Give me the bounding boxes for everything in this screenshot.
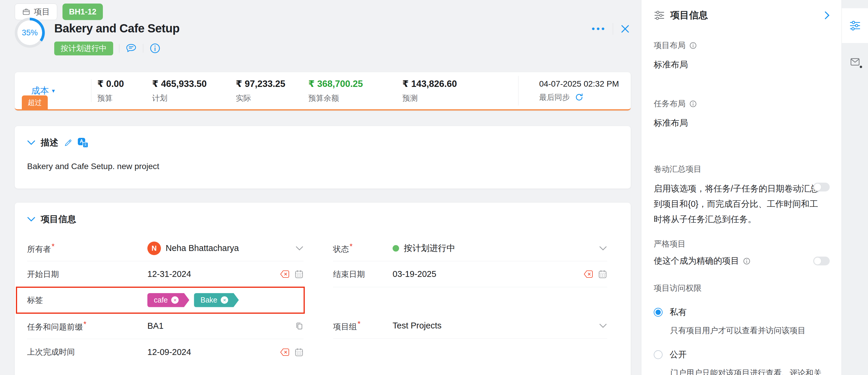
calendar-icon[interactable]	[294, 270, 304, 279]
close-icon[interactable]	[620, 23, 631, 34]
budget-column: ₹ 97,233.25 实际	[230, 79, 302, 103]
access-option-private[interactable]: 私有	[654, 306, 830, 318]
project-header: 35% Bakery and Cafe Setup ••• 按计划进行中	[15, 18, 631, 55]
required-mark: *	[358, 319, 361, 328]
task-layout-label: 任务布局	[654, 98, 830, 109]
last-sync-time: 04-07-2025 02:32 PM	[539, 79, 619, 89]
budget-column: ₹ 0.00 预算	[91, 79, 146, 103]
status-value: 按计划进行中	[404, 243, 455, 254]
field-label: 任务和问题前缀*	[27, 320, 147, 332]
owner-select[interactable]: N Neha Bhattacharya	[147, 242, 295, 255]
calendar-icon[interactable]	[598, 270, 607, 279]
calendar-icon[interactable]	[294, 348, 304, 357]
access-private-label: 私有	[670, 306, 687, 318]
rail-tab-project-info[interactable]	[842, 8, 868, 43]
field-row-tags: 标签 cafe ✕ Bake ✕	[27, 287, 304, 313]
required-mark: *	[52, 242, 55, 251]
chevron-down-icon[interactable]	[599, 323, 607, 328]
strict-project-toggle[interactable]	[813, 257, 830, 265]
info-icon[interactable]	[689, 100, 697, 108]
info-icon[interactable]	[689, 41, 697, 50]
budget-bar: 成本 ▾ ₹ 0.00 预算 ₹ 465,933.50 计划 ₹ 97,233.…	[15, 72, 631, 111]
status-badge[interactable]: 按计划进行中	[54, 41, 113, 55]
tag-remove-icon[interactable]: ✕	[171, 296, 179, 304]
collapse-chevron-icon[interactable]	[27, 140, 35, 145]
status-select[interactable]: 按计划进行中	[393, 243, 599, 254]
end-date-value[interactable]: 03-19-2025	[393, 269, 583, 279]
divider	[518, 76, 519, 105]
start-date-value[interactable]: 12-31-2024	[147, 269, 280, 279]
budget-label: 计划	[152, 93, 230, 103]
last-sync-label: 最后同步	[539, 92, 570, 102]
field-label: 开始日期	[27, 269, 147, 280]
page: 项目 BH1-12 35% Bakery and Cafe Setup •••	[0, 0, 868, 375]
divider	[143, 44, 143, 53]
project-group-select[interactable]: Test Projects	[393, 321, 599, 331]
budget-value: ₹ 0.00	[97, 79, 146, 89]
field-row-end-date: 结束日期 03-19-2025	[333, 261, 607, 287]
info-icon[interactable]	[743, 257, 751, 265]
field-row-spacer	[333, 287, 607, 313]
budget-label: 预算余额	[308, 93, 396, 103]
chevron-down-icon[interactable]	[295, 246, 304, 251]
strict-project-setting: 使这个成为精确的项目	[654, 255, 830, 267]
budget-label: 实际	[236, 93, 302, 103]
rail-tab-mail[interactable]	[842, 57, 868, 67]
chevron-right-icon[interactable]	[825, 11, 830, 20]
rollup-toggle[interactable]	[813, 183, 830, 191]
sliders-icon-active	[849, 20, 861, 32]
access-label: 项目访问权限	[654, 283, 830, 293]
field-row-project-group: 项目组* Test Projects	[333, 313, 607, 339]
clear-date-icon[interactable]	[280, 348, 290, 356]
required-mark: *	[84, 320, 86, 329]
more-options-icon[interactable]: •••	[592, 24, 606, 34]
collapse-chevron-icon[interactable]	[27, 217, 35, 222]
title-block: Bakery and Cafe Setup ••• 按计划进行中	[54, 18, 631, 55]
refresh-icon[interactable]	[575, 93, 584, 102]
field-row-status: 状态* 按计划进行中	[333, 236, 607, 261]
clear-date-icon[interactable]	[280, 270, 290, 278]
access-option-public[interactable]: 公开	[654, 349, 830, 361]
budget-column: ₹ 143,826.60 预测	[396, 79, 494, 103]
sliders-icon	[654, 10, 665, 21]
budget-category-dropdown[interactable]: 成本 ▾	[31, 85, 91, 97]
field-row-owner: 所有者* N Neha Bhattacharya	[27, 236, 304, 261]
comment-icon[interactable]	[125, 42, 137, 54]
task-layout-value: 标准布局	[654, 117, 830, 129]
description-text: Bakery and Cafe Setup. new project	[27, 162, 618, 171]
budget-label: 预算	[97, 93, 146, 103]
page-title: Bakery and Cafe Setup	[54, 22, 180, 35]
project-settings-panel: 项目信息 项目布局 标准布局 任务布局 标准布局 卷动汇总项目	[641, 0, 841, 375]
rollup-description: 启用该选项，将任务/子任务的日期卷动汇总到项目和{0}，而完成百分比、工作时间和…	[654, 181, 823, 227]
budget-value-remaining: ₹ 368,700.25	[308, 79, 396, 89]
notification-dot	[860, 66, 862, 68]
last-completed-value[interactable]: 12-09-2024	[147, 347, 280, 357]
field-row-last-completed: 上次完成时间 12-09-2024	[27, 339, 304, 365]
translate-icon[interactable]: A 文	[78, 138, 88, 148]
budget-value: ₹ 97,233.25	[236, 79, 302, 89]
rollup-label: 卷动汇总项目	[654, 164, 830, 175]
clear-date-icon[interactable]	[583, 270, 593, 278]
radio-unselected-icon[interactable]	[654, 350, 662, 359]
budget-label: 预测	[402, 93, 494, 103]
panel-header: 项目信息	[654, 9, 830, 22]
fields-right-column: 状态* 按计划进行中 结束日期	[333, 236, 607, 365]
info-icon[interactable]	[149, 42, 161, 54]
copy-icon[interactable]	[295, 322, 304, 331]
last-sync-block: 04-07-2025 02:32 PM 最后同步	[518, 76, 631, 105]
avatar: N	[147, 242, 161, 255]
tag-bake[interactable]: Bake ✕	[194, 293, 239, 307]
tag-cafe[interactable]: cafe ✕	[147, 293, 189, 307]
divider	[119, 44, 119, 53]
edit-pencil-icon[interactable]	[64, 138, 72, 147]
over-budget-tab: 超过	[22, 95, 48, 109]
description-card: 描述 A 文 Bakery and Cafe Setup. new projec…	[15, 126, 631, 189]
chevron-down-icon[interactable]	[599, 246, 607, 251]
tag-remove-icon[interactable]: ✕	[221, 296, 228, 304]
radio-selected-icon[interactable]	[654, 308, 662, 317]
project-info-card: 项目信息 所有者* N Neha Bhattacharya	[15, 203, 631, 375]
briefcase-icon	[22, 8, 30, 16]
budget-column: ₹ 368,700.25 预算余额	[302, 79, 396, 103]
owner-name: Neha Bhattacharya	[166, 243, 239, 253]
field-label: 标签	[27, 295, 147, 306]
